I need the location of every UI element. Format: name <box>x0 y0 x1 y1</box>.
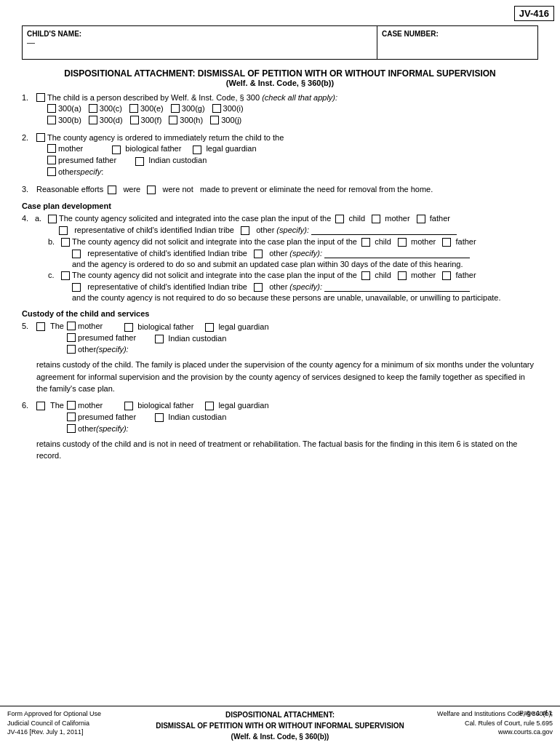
4c-father-checkbox[interactable] <box>442 271 451 280</box>
4b-child-checkbox[interactable] <box>361 238 370 247</box>
4a-mother-checkbox[interactable] <box>372 215 380 223</box>
opt-presumed-father-checkbox[interactable] <box>47 156 56 164</box>
4c-child-checkbox[interactable] <box>361 271 370 280</box>
4b-rep-checkbox[interactable] <box>72 250 81 258</box>
4b-mother-checkbox[interactable] <box>398 238 407 247</box>
section-6-checkbox[interactable] <box>36 402 45 410</box>
s6-presumed-father: presumed father <box>67 413 136 421</box>
s5-other-cb[interactable] <box>67 345 76 354</box>
4b-specify-field[interactable] <box>324 248 470 258</box>
footer-center-line3: (Welf. & Inst. Code, § 360(b)) <box>124 731 436 742</box>
code-300h-checkbox[interactable] <box>169 116 177 124</box>
s6-legal-guardian-cb[interactable] <box>205 402 214 410</box>
code-300b: 300(b) <box>47 116 81 124</box>
4b-ordered-text: and the agency is ordered to do so and s… <box>72 260 463 268</box>
4b-father-checkbox[interactable] <box>442 238 451 247</box>
childs-name-dash: — <box>27 38 35 47</box>
section-4c-label: c. <box>48 271 61 279</box>
s6-bio-father: biological father <box>124 401 193 410</box>
4c-specify-field[interactable] <box>324 282 470 292</box>
4a-specify-field[interactable] <box>311 225 457 235</box>
opt-other-2: other specify: <box>47 167 103 176</box>
4c-rep-checkbox[interactable] <box>72 283 81 292</box>
4c-child-label: child <box>375 271 391 279</box>
section-3-content: Reasonable efforts were were not made to… <box>36 185 538 194</box>
section-4a-content: The county agency solicited and integrat… <box>59 214 538 235</box>
4a-mother-label: mother <box>385 214 409 223</box>
4a-child-checkbox[interactable] <box>335 215 344 223</box>
childs-name-field: CHILD'S NAME: — <box>23 26 377 59</box>
code-300a-checkbox[interactable] <box>47 104 56 113</box>
footer-left-line1: Form Approved for Optional Use <box>7 709 124 719</box>
custody-header: Custody of the child and services <box>22 309 538 318</box>
s5-other: other (specify): <box>67 345 129 354</box>
section-4b: b. The county agency did not solicit and… <box>48 237 538 268</box>
section-4b-text: The county agency did not solicit and in… <box>72 237 357 246</box>
s6-indian-custodian-cb[interactable] <box>155 413 164 422</box>
s5-presumed-father-cb[interactable] <box>67 333 76 342</box>
section-4b-checkbox[interactable] <box>61 238 70 247</box>
code-300e-checkbox[interactable] <box>129 104 138 113</box>
code-300g-checkbox[interactable] <box>171 104 180 113</box>
section-4b-content: The county agency did not solicit and in… <box>72 237 538 268</box>
s6-presumed-father-cb[interactable] <box>67 413 76 421</box>
s5-indian-custodian-cb[interactable] <box>155 335 164 343</box>
section-3-werenot-checkbox[interactable] <box>147 186 156 194</box>
4b-other-checkbox[interactable] <box>254 250 263 258</box>
4a-other-checkbox[interactable] <box>241 226 249 235</box>
code-300b-checkbox[interactable] <box>47 116 56 124</box>
section-5: 5. The mother biological father legal gu… <box>22 322 538 395</box>
section-4c-text: The county agency did not solicit and in… <box>72 271 357 279</box>
opt-bio-father-checkbox[interactable] <box>112 146 121 154</box>
sub-title: (Welf. & Inst. Code, § 360(b)) <box>22 79 538 87</box>
footer-left-line3: JV-416 [Rev. July 1, 2011] <box>7 728 124 737</box>
section-6-the: The <box>50 401 64 410</box>
s5-mother-cb[interactable] <box>67 322 76 330</box>
section-2-checkbox[interactable] <box>36 133 45 142</box>
4a-rep-checkbox[interactable] <box>59 226 68 235</box>
4a-rep-text: representative of child's identified Ind… <box>74 226 234 234</box>
section-4c-checkbox[interactable] <box>61 271 70 280</box>
section-4-num: 4. <box>22 214 35 223</box>
opt-presumed-father: presumed father <box>47 156 116 164</box>
section-3-text-pre: Reasonable efforts <box>36 185 103 194</box>
section-1-num: 1. <box>22 93 35 102</box>
section-1-checkbox[interactable] <box>36 93 45 102</box>
s5-indian-custodian: Indian custodian <box>155 334 226 343</box>
section-4a-checkbox[interactable] <box>48 215 57 223</box>
section-3-were-checkbox[interactable] <box>108 186 116 194</box>
4c-mother-label: mother <box>411 271 436 279</box>
opt-mother-checkbox[interactable] <box>47 144 56 153</box>
opt-other-2-checkbox[interactable] <box>47 167 56 176</box>
s5-legal-guardian-cb[interactable] <box>205 323 214 332</box>
section-5-the: The <box>50 322 64 330</box>
4b-father-label: father <box>456 237 476 246</box>
code-300d: 300(d) <box>89 116 123 124</box>
section-4c-note: and the county agency is not required to… <box>72 293 538 302</box>
4c-mother-checkbox[interactable] <box>398 271 407 280</box>
code-300j-checkbox[interactable] <box>210 116 219 124</box>
opt-legal-guardian: legal guardian <box>193 144 256 154</box>
section-5-para: retains custody of the child. The family… <box>36 359 538 395</box>
s6-bio-father-cb[interactable] <box>124 402 133 410</box>
section-5-checkbox[interactable] <box>36 322 45 331</box>
s5-bio-father-cb[interactable] <box>124 323 133 332</box>
opt-indian-custodian-checkbox[interactable] <box>135 157 144 166</box>
opt-mother: mother <box>47 144 83 153</box>
section-5-row: 5. The mother biological father legal gu… <box>22 322 538 356</box>
4c-other-checkbox[interactable] <box>254 283 263 292</box>
s5-mother: mother <box>67 322 103 330</box>
code-300c-checkbox[interactable] <box>89 104 97 113</box>
code-300f-checkbox[interactable] <box>130 116 139 124</box>
main-title: DISPOSITIONAL ATTACHMENT: DISMISSAL OF P… <box>22 68 538 79</box>
code-300d-checkbox[interactable] <box>89 116 97 124</box>
section-6-content: mother biological father legal guardian … <box>67 401 538 436</box>
4a-child-label: child <box>348 214 365 223</box>
opt-indian-custodian: Indian custodian <box>135 156 207 165</box>
s6-other-cb[interactable] <box>67 424 76 433</box>
opt-legal-guardian-checkbox[interactable] <box>193 146 201 154</box>
footer-center-line2: DISMISSAL OF PETITION WITH OR WITHOUT IN… <box>124 720 436 731</box>
4a-father-checkbox[interactable] <box>417 215 425 223</box>
code-300i-checkbox[interactable] <box>212 104 221 113</box>
s6-mother-cb[interactable] <box>67 401 76 410</box>
